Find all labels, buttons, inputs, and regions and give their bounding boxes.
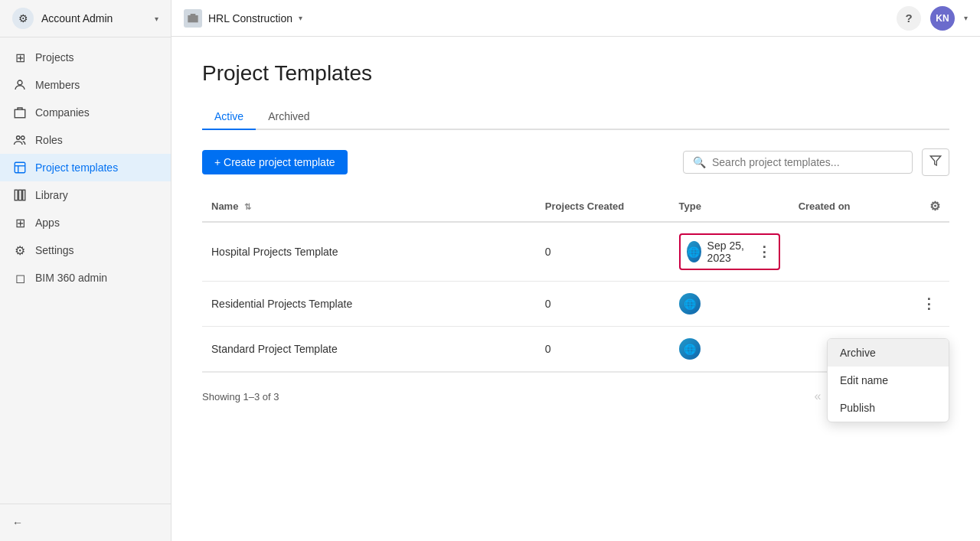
row1-action-button[interactable]: ⋮ [756,240,772,263]
company-name: HRL Construction [208,12,292,24]
members-icon [12,77,28,93]
row2-name-cell: Residential Projects Template [202,282,536,327]
company-chevron-icon: ▾ [299,14,302,22]
topbar: HRL Construction ▾ ? KN ▾ [172,0,980,37]
row3-name: Standard Project Template [211,343,338,355]
avatar-initials: KN [936,13,949,24]
dropdown-item-edit-name[interactable]: Edit name [828,367,949,394]
sidebar-item-apps[interactable]: ⊞ Apps [0,209,171,236]
filter-icon [929,155,942,170]
col-header-created: Created on [789,191,908,222]
row3-type-cell: 🌐 [670,327,789,372]
avatar-chevron-icon[interactable]: ▾ [964,14,968,22]
page-title: Project Templates [202,61,949,86]
sidebar-item-label-bim360: BIM 360 admin [35,272,107,284]
sidebar-item-projects[interactable]: ⊞ Projects [0,44,171,71]
create-project-template-button[interactable]: + Create project template [202,150,348,174]
sidebar-footer: ← [0,504,171,541]
row2-type-cell: 🌐 [670,282,789,327]
main-content: HRL Construction ▾ ? KN ▾ Project Templa… [172,0,980,541]
row3-name-cell: Standard Project Template [202,327,536,372]
row1-projects-cell: 0 [536,222,670,282]
row1-type-cell: 🌐 Sep 25, 2023 ⋮ [670,222,789,282]
svg-rect-9 [23,190,25,200]
row2-actions-cell: ⋮ [908,282,949,327]
row1-type-icon: 🌐 [687,241,701,262]
sidebar-item-library[interactable]: Library [0,181,171,209]
sidebar-item-bim360[interactable]: ◻ BIM 360 admin [0,264,171,292]
library-icon [12,187,28,203]
row2-projects: 0 [545,298,551,310]
sidebar-item-settings[interactable]: ⚙ Settings [0,236,171,264]
row3-type-icon: 🌐 [679,338,701,360]
account-admin-header[interactable]: ⚙ Account Admin ▾ [0,0,171,37]
projects-icon: ⊞ [12,50,28,65]
sidebar-item-project-templates[interactable]: Project templates [0,154,171,181]
user-avatar[interactable]: KN [930,6,955,31]
tabs-bar: Active Archived [202,104,949,130]
col-header-name[interactable]: Name ⇅ [202,191,536,222]
table-row: Hospital Projects Template 0 🌐 Sep 25, 2… [202,222,949,282]
row2-action-button[interactable]: ⋮ [917,292,940,315]
page-content: Project Templates Active Archived + Crea… [172,37,980,541]
col-header-projects: Projects Created [536,191,670,222]
row1-projects: 0 [545,246,551,258]
sidebar: ⚙ Account Admin ▾ ⊞ Projects Members Com… [0,0,172,541]
collapse-icon: ← [12,517,23,529]
settings-icon: ⚙ [12,243,28,258]
search-input[interactable] [712,156,903,168]
showing-text: Showing 1–3 of 3 [202,391,279,402]
col-header-type: Type [670,191,789,222]
toolbar: + Create project template 🔍 [202,148,949,176]
dropdown-item-publish[interactable]: Publish [828,394,949,422]
svg-rect-4 [15,162,25,173]
action-dropdown-menu: Archive Edit name Publish [827,338,949,422]
svg-point-0 [18,80,22,85]
sidebar-item-label-projects: Projects [35,51,74,64]
search-box[interactable]: 🔍 [683,151,913,174]
sidebar-collapse-btn[interactable]: ← [12,513,158,532]
svg-rect-10 [188,15,198,22]
tab-active[interactable]: Active [202,104,256,130]
account-admin-label: Account Admin [41,12,147,24]
row1-name-cell: Hospital Projects Template [202,222,536,282]
svg-point-3 [21,136,25,140]
row2-name: Residential Projects Template [211,298,352,310]
company-icon [184,9,202,28]
search-icon: 🔍 [693,156,706,168]
tab-archived[interactable]: Archived [256,104,322,130]
dropdown-item-archive[interactable]: Archive [828,339,949,367]
first-page-button[interactable]: « [806,385,829,408]
row1-actions-cell [908,222,949,282]
svg-rect-8 [19,190,22,200]
sidebar-item-companies[interactable]: Companies [0,99,171,126]
company-selector[interactable]: HRL Construction ▾ [184,9,302,28]
filter-button[interactable] [922,148,949,176]
sidebar-item-label-apps: Apps [35,217,60,229]
svg-rect-1 [15,109,25,118]
apps-icon: ⊞ [12,215,28,230]
col-header-actions: ⚙ [908,191,949,222]
sidebar-item-label-settings: Settings [35,244,74,256]
sidebar-item-label-members: Members [35,79,80,91]
row1-name: Hospital Projects Template [211,246,338,258]
roles-icon [12,132,28,148]
account-icon: ⚙ [12,8,34,29]
sidebar-item-label-roles: Roles [35,134,63,146]
help-button[interactable]: ? [897,6,921,31]
sidebar-item-members[interactable]: Members [0,71,171,99]
row3-projects-cell: 0 [536,327,670,372]
bim360-icon: ◻ [12,270,28,285]
row3-projects: 0 [545,343,551,355]
create-btn-label: + Create project template [214,156,335,168]
help-icon: ? [905,11,912,24]
sidebar-item-label-project-templates: Project templates [35,161,118,174]
sidebar-item-label-companies: Companies [35,106,90,119]
sidebar-item-roles[interactable]: Roles [0,126,171,154]
table-row: Residential Projects Template 0 🌐 ⋮ [202,282,949,327]
row1-created-cell [789,222,908,282]
sort-icon: ⇅ [244,202,251,211]
column-settings-icon[interactable]: ⚙ [929,200,940,213]
sidebar-nav: ⊞ Projects Members Companies Roles Pro [0,37,171,504]
svg-rect-7 [15,190,18,200]
